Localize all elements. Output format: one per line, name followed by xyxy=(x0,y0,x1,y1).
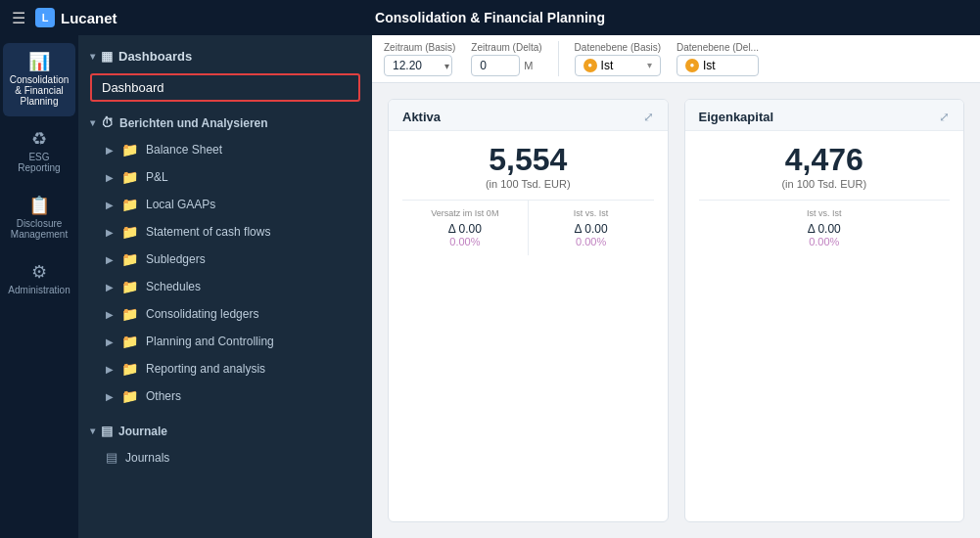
nav-item-arrow: ▶ xyxy=(106,364,114,375)
nav-item-label: P&L xyxy=(146,170,168,184)
sidebar-icons: 📊 Consolidation & Financial Planning ♻ E… xyxy=(0,35,78,538)
card-unit: (in 100 Tsd. EUR) xyxy=(402,178,654,190)
folder-icon: 📁 xyxy=(121,361,138,377)
datenebene-delta-group: Datenebene (Del... ● Ist xyxy=(677,42,759,76)
card-metric-value: Δ 0.00 xyxy=(705,222,945,236)
journale-icon: ▤ xyxy=(101,424,113,438)
dashboards-label: Dashboards xyxy=(118,49,192,64)
berichten-label: Berichten und Analysieren xyxy=(119,116,268,130)
sidebar-item-consolidation[interactable]: 📊 Consolidation & Financial Planning xyxy=(3,43,75,116)
filter-bar: Zeitraum (Basis) 12.20 Zeitraum (Delta) … xyxy=(372,35,980,83)
nav-item-label: Reporting and analysis xyxy=(146,362,265,376)
folder-icon: 📁 xyxy=(121,251,138,267)
journale-section-header[interactable]: ▾ ▤ Journale xyxy=(78,418,372,444)
zeitraum-delta-group: Zeitraum (Delta) M xyxy=(471,42,541,76)
nav-item[interactable]: ▶ 📁 Others xyxy=(78,382,372,410)
nav-item-arrow: ▶ xyxy=(106,227,114,238)
nav-item[interactable]: ▶ 📁 P&L xyxy=(78,163,372,191)
nav-item-label: Schedules xyxy=(146,280,201,293)
journale-section: ▾ ▤ Journale ▤ Journals xyxy=(78,414,372,474)
page-title: Consolidation & Financial Planning xyxy=(375,10,605,25)
card-metrics: Versatz im Ist 0M Δ 0.00 0.00% Ist vs. I… xyxy=(402,200,654,255)
folder-icon: 📁 xyxy=(121,388,138,404)
esg-icon: ♻ xyxy=(31,130,47,148)
nav-item-arrow: ▶ xyxy=(106,145,114,156)
expand-icon[interactable]: ⤢ xyxy=(939,110,950,124)
nav-item[interactable]: ▶ 📁 Reporting and analysis xyxy=(78,355,372,382)
card-body: 5,554 (in 100 Tsd. EUR) Versatz im Ist 0… xyxy=(389,131,668,265)
card-header: Eigenkapital ⤢ xyxy=(685,100,964,131)
cards-area: Aktiva ⤢ 5,554 (in 100 Tsd. EUR) Versatz… xyxy=(372,83,980,538)
card-metric: Ist vs. Ist Δ 0.00 0.00% xyxy=(699,201,951,255)
dashboards-icon: ▦ xyxy=(101,49,113,64)
folder-icon: 📁 xyxy=(121,224,138,240)
sidebar-item-esg-label: ESG Reporting xyxy=(9,152,70,173)
nav-item[interactable]: ▶ 📁 Consolidating ledgers xyxy=(78,300,372,328)
dashboards-section-header[interactable]: ▾ ▦ Dashboards xyxy=(78,43,372,69)
card-title: Eigenkapital xyxy=(699,110,774,124)
zeitraum-delta-control: M xyxy=(471,55,541,76)
zeitraum-basis-select[interactable]: 12.20 xyxy=(384,55,452,76)
card-aktiva: Aktiva ⤢ 5,554 (in 100 Tsd. EUR) Versatz… xyxy=(388,99,669,522)
nav-item-label: Statement of cash flows xyxy=(146,225,270,239)
berichten-section: ▾ ⏱ Berichten und Analysieren ▶ 📁 Balanc… xyxy=(78,106,372,414)
nav-item-label: Local GAAPs xyxy=(146,198,215,211)
nav-item-label: Consolidating ledgers xyxy=(146,307,258,321)
logo-icon: L xyxy=(35,8,55,27)
topbar: ☰ L Lucanet Consolidation & Financial Pl… xyxy=(0,0,980,35)
sidebar-item-admin[interactable]: ⚙ Administration xyxy=(3,253,75,305)
datenebene-basis-group: Datenebene (Basis) ● Ist ▾ xyxy=(575,42,661,76)
datenebene-delta-select[interactable]: ● Ist xyxy=(677,55,759,76)
disclosure-icon: 📋 xyxy=(28,197,50,214)
dashboard-item[interactable]: Dashboard xyxy=(90,73,360,102)
sidebar-item-esg[interactable]: ♻ ESG Reporting xyxy=(3,120,75,183)
zeitraum-basis-label: Zeitraum (Basis) xyxy=(384,42,455,53)
nav-item[interactable]: ▶ 📁 Balance Sheet xyxy=(78,136,372,163)
nav-item[interactable]: ▤ Journals xyxy=(78,444,372,471)
nav-item-arrow: ▶ xyxy=(106,254,114,265)
card-value: 5,554 xyxy=(402,141,654,178)
nav-item-label: Others xyxy=(146,389,181,403)
card-header: Aktiva ⤢ xyxy=(389,100,668,131)
nav-item-arrow: ▶ xyxy=(106,172,114,183)
card-metric-value: Δ 0.00 xyxy=(535,222,648,236)
nav-item-arrow: ▶ xyxy=(106,282,114,292)
datenebene-basis-select[interactable]: ● Ist ▾ xyxy=(575,55,661,76)
hamburger-menu[interactable]: ☰ xyxy=(12,9,25,27)
zeitraum-delta-input[interactable] xyxy=(471,55,520,76)
nav-item[interactable]: ▶ 📁 Planning and Controlling xyxy=(78,328,372,355)
admin-icon: ⚙ xyxy=(31,263,47,281)
nav-item[interactable]: ▶ 📁 Local GAAPs xyxy=(78,191,372,218)
card-body: 4,476 (in 100 Tsd. EUR) Ist vs. Ist Δ 0.… xyxy=(685,131,964,265)
card-metric-pct: 0.00% xyxy=(408,236,522,247)
nav-item-arrow: ▶ xyxy=(106,336,114,347)
nav-item[interactable]: ▶ 📁 Subledgers xyxy=(78,246,372,273)
card-value: 4,476 xyxy=(699,141,951,178)
nav-item-arrow: ▶ xyxy=(106,200,114,210)
sidebar-item-admin-label: Administration xyxy=(8,285,70,295)
journale-items: ▤ Journals xyxy=(78,444,372,471)
logo: L Lucanet xyxy=(35,8,117,27)
content-area: Zeitraum (Basis) 12.20 Zeitraum (Delta) … xyxy=(372,35,980,538)
zeitraum-basis-select-wrapper[interactable]: 12.20 xyxy=(384,55,455,76)
card-metric-pct: 0.00% xyxy=(705,236,945,247)
zeitraum-delta-label: Zeitraum (Delta) xyxy=(471,42,541,53)
berichten-section-header[interactable]: ▾ ⏱ Berichten und Analysieren xyxy=(78,110,372,136)
dashboards-arrow: ▾ xyxy=(90,51,95,62)
folder-icon: 📁 xyxy=(121,279,138,294)
card-metric: Versatz im Ist 0M Δ 0.00 0.00% xyxy=(402,201,529,255)
journale-label: Journale xyxy=(118,425,167,438)
nav-item-label: Subledgers xyxy=(146,252,206,266)
nav-item-arrow: ▶ xyxy=(106,391,114,402)
sidebar-item-disclosure-label: Disclosure Management xyxy=(9,218,70,240)
main-layout: 📊 Consolidation & Financial Planning ♻ E… xyxy=(0,35,980,538)
sidebar-item-disclosure[interactable]: 📋 Disclosure Management xyxy=(3,187,75,249)
datenebene-basis-label: Datenebene (Basis) xyxy=(575,42,661,53)
expand-icon[interactable]: ⤢ xyxy=(643,110,654,124)
folder-icon: 📁 xyxy=(121,306,138,322)
nav-item[interactable]: ▶ 📁 Schedules xyxy=(78,273,372,300)
datenebene-delta-icon: ● xyxy=(685,59,699,72)
nav-item[interactable]: ▶ 📁 Statement of cash flows xyxy=(78,218,372,246)
doc-icon: ▤ xyxy=(106,450,117,465)
card-metric-value: Δ 0.00 xyxy=(408,222,522,236)
